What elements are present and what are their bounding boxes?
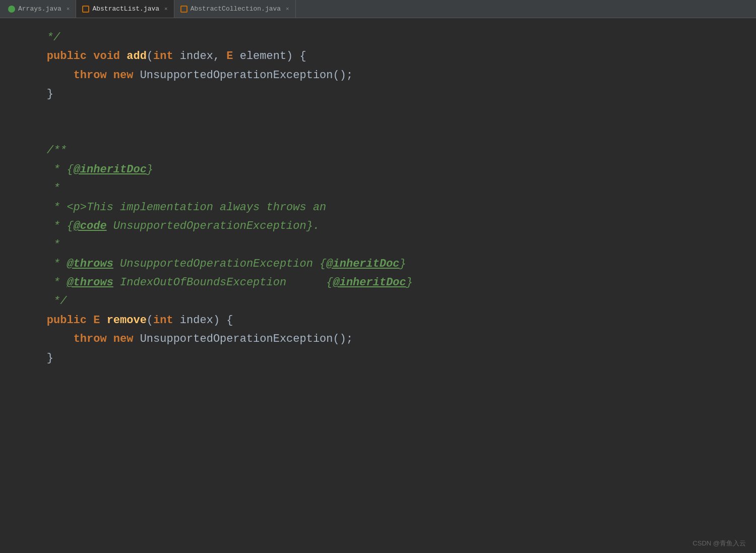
line-close-brace-2: } xyxy=(20,349,736,367)
tab-abstractcollection[interactable]: AbstractCollection.java × xyxy=(174,0,296,18)
code-editor: */ public void add(int index, E element)… xyxy=(0,18,756,378)
line-empty-2 xyxy=(20,122,736,141)
arrays-tab-close[interactable]: × xyxy=(67,6,70,12)
arrays-tab-icon xyxy=(8,6,15,13)
tab-arrays[interactable]: Arrays.java × xyxy=(2,0,76,18)
line-javadoc-star-1: * xyxy=(20,179,736,198)
line-javadoc-throws-2: * @throws IndexOutOfBoundsException {@in… xyxy=(20,273,736,292)
line-javadoc-star-2: * xyxy=(20,235,736,254)
line-remove-sig: public E remove(int index) { xyxy=(20,311,736,330)
line-javadoc-throws-1: * @throws UnsupportedOperationException … xyxy=(20,255,736,273)
watermark: CSDN @青鱼入云 xyxy=(692,539,746,548)
abstractcollection-tab-label: AbstractCollection.java xyxy=(191,5,281,13)
abstractlist-tab-label: AbstractList.java xyxy=(92,5,159,13)
line-javadoc-inheritdoc: * {@inheritDoc} xyxy=(20,160,736,179)
line-comment-end: */ xyxy=(20,28,736,47)
abstractlist-tab-close[interactable]: × xyxy=(164,6,168,12)
line-javadoc-close: */ xyxy=(20,292,736,311)
line-method-sig: public void add(int index, E element) { xyxy=(20,47,736,66)
abstractcollection-tab-icon xyxy=(180,6,187,13)
abstractcollection-tab-close[interactable]: × xyxy=(286,6,289,12)
line-javadoc-p: * <p>This implementation always throws a… xyxy=(20,198,736,217)
tab-bar: Arrays.java × AbstractList.java × Abstra… xyxy=(0,0,756,18)
tab-abstractlist[interactable]: AbstractList.java × xyxy=(76,0,174,18)
line-javadoc-code: * {@code UnsupportedOperationException}. xyxy=(20,217,736,235)
line-throw-1: throw new UnsupportedOperationException(… xyxy=(20,66,736,85)
abstractlist-tab-icon xyxy=(82,6,89,13)
line-close-brace-1: } xyxy=(20,85,736,103)
line-throw-2: throw new UnsupportedOperationException(… xyxy=(20,330,736,348)
line-javadoc-open: /** xyxy=(20,141,736,160)
line-empty-1 xyxy=(20,104,736,122)
arrays-tab-label: Arrays.java xyxy=(18,5,61,13)
